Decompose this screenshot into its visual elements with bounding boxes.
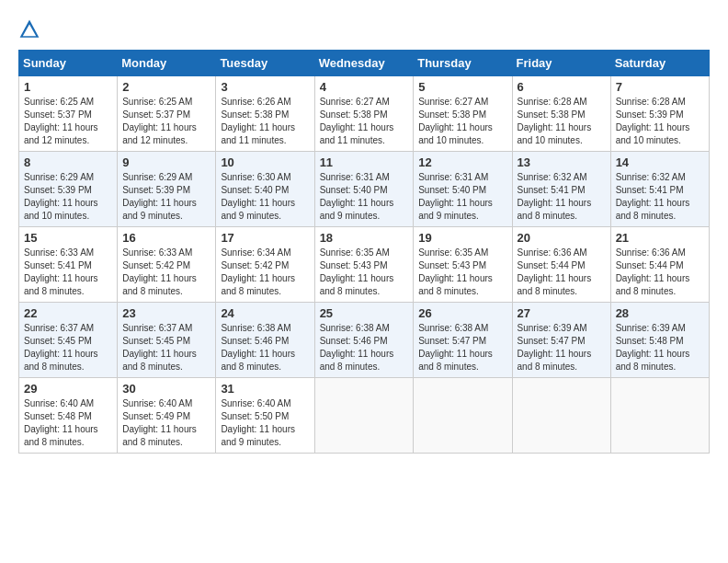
day-number: 17	[221, 231, 309, 245]
calendar-week-row: 8Sunrise: 6:29 AM Sunset: 5:39 PM Daylig…	[19, 152, 710, 227]
day-info: Sunrise: 6:38 AM Sunset: 5:46 PM Dayligh…	[320, 322, 409, 373]
logo-icon	[18, 18, 40, 40]
day-info: Sunrise: 6:29 AM Sunset: 5:39 PM Dayligh…	[122, 171, 210, 223]
day-info: Sunrise: 6:37 AM Sunset: 5:45 PM Dayligh…	[122, 322, 210, 373]
calendar-day-cell: 21Sunrise: 6:36 AM Sunset: 5:44 PM Dayli…	[610, 227, 709, 303]
calendar-day-header: Sunday	[19, 51, 118, 76]
calendar-day-cell: 17Sunrise: 6:34 AM Sunset: 5:42 PM Dayli…	[216, 227, 314, 303]
calendar-day-cell: 25Sunrise: 6:38 AM Sunset: 5:46 PM Dayli…	[314, 303, 414, 378]
calendar-header-row: SundayMondayTuesdayWednesdayThursdayFrid…	[19, 51, 710, 76]
day-info: Sunrise: 6:29 AM Sunset: 5:39 PM Dayligh…	[24, 171, 112, 223]
calendar-table: SundayMondayTuesdayWednesdayThursdayFrid…	[18, 50, 710, 454]
day-info: Sunrise: 6:25 AM Sunset: 5:37 PM Dayligh…	[24, 96, 112, 147]
day-info: Sunrise: 6:33 AM Sunset: 5:42 PM Dayligh…	[122, 247, 210, 298]
day-info: Sunrise: 6:27 AM Sunset: 5:38 PM Dayligh…	[418, 96, 506, 147]
day-number: 6	[518, 80, 606, 94]
day-info: Sunrise: 6:34 AM Sunset: 5:42 PM Dayligh…	[221, 247, 309, 298]
calendar-day-cell: 6Sunrise: 6:28 AM Sunset: 5:38 PM Daylig…	[512, 76, 610, 152]
calendar-day-cell: 14Sunrise: 6:32 AM Sunset: 5:41 PM Dayli…	[610, 152, 709, 227]
day-info: Sunrise: 6:35 AM Sunset: 5:43 PM Dayligh…	[320, 247, 409, 298]
day-info: Sunrise: 6:40 AM Sunset: 5:50 PM Dayligh…	[221, 397, 309, 449]
calendar-day-header: Thursday	[414, 51, 512, 76]
day-number: 11	[320, 155, 409, 169]
day-number: 15	[24, 231, 112, 245]
calendar-day-cell: 18Sunrise: 6:35 AM Sunset: 5:43 PM Dayli…	[314, 227, 414, 303]
day-number: 19	[418, 231, 506, 245]
day-number: 27	[518, 306, 606, 320]
day-number: 22	[24, 306, 112, 320]
day-info: Sunrise: 6:33 AM Sunset: 5:41 PM Dayligh…	[24, 247, 112, 298]
day-number: 4	[320, 80, 409, 94]
day-info: Sunrise: 6:32 AM Sunset: 5:41 PM Dayligh…	[518, 171, 606, 223]
calendar-day-cell: 5Sunrise: 6:27 AM Sunset: 5:38 PM Daylig…	[414, 76, 512, 152]
calendar-day-cell: 20Sunrise: 6:36 AM Sunset: 5:44 PM Dayli…	[512, 227, 610, 303]
day-number: 2	[122, 80, 210, 94]
calendar-day-header: Monday	[118, 51, 216, 76]
day-number: 23	[122, 306, 210, 320]
calendar-week-row: 1Sunrise: 6:25 AM Sunset: 5:37 PM Daylig…	[19, 76, 710, 152]
calendar-day-cell: 2Sunrise: 6:25 AM Sunset: 5:37 PM Daylig…	[118, 76, 216, 152]
calendar-day-cell: 19Sunrise: 6:35 AM Sunset: 5:43 PM Dayli…	[414, 227, 512, 303]
calendar-day-cell: 10Sunrise: 6:30 AM Sunset: 5:40 PM Dayli…	[216, 152, 314, 227]
day-number: 7	[616, 80, 704, 94]
calendar-day-cell: 31Sunrise: 6:40 AM Sunset: 5:50 PM Dayli…	[216, 378, 314, 454]
day-info: Sunrise: 6:28 AM Sunset: 5:38 PM Dayligh…	[518, 96, 606, 147]
day-number: 16	[122, 231, 210, 245]
calendar-day-cell: 16Sunrise: 6:33 AM Sunset: 5:42 PM Dayli…	[118, 227, 216, 303]
calendar-day-cell: 1Sunrise: 6:25 AM Sunset: 5:37 PM Daylig…	[19, 76, 118, 152]
day-number: 24	[221, 306, 309, 320]
calendar-day-cell	[610, 378, 709, 454]
day-info: Sunrise: 6:40 AM Sunset: 5:48 PM Dayligh…	[24, 397, 112, 449]
day-number: 13	[518, 155, 606, 169]
day-number: 5	[418, 80, 506, 94]
day-number: 28	[616, 306, 704, 320]
calendar-day-cell: 9Sunrise: 6:29 AM Sunset: 5:39 PM Daylig…	[118, 152, 216, 227]
day-info: Sunrise: 6:38 AM Sunset: 5:47 PM Dayligh…	[418, 322, 506, 373]
calendar-day-header: Wednesday	[314, 51, 414, 76]
calendar-day-cell: 12Sunrise: 6:31 AM Sunset: 5:40 PM Dayli…	[414, 152, 512, 227]
day-number: 25	[320, 306, 409, 320]
logo	[18, 18, 44, 40]
calendar-day-cell: 22Sunrise: 6:37 AM Sunset: 5:45 PM Dayli…	[19, 303, 118, 378]
day-number: 29	[24, 382, 112, 396]
day-info: Sunrise: 6:28 AM Sunset: 5:39 PM Dayligh…	[616, 96, 704, 147]
calendar-day-cell: 26Sunrise: 6:38 AM Sunset: 5:47 PM Dayli…	[414, 303, 512, 378]
day-info: Sunrise: 6:36 AM Sunset: 5:44 PM Dayligh…	[616, 247, 704, 298]
calendar-day-cell: 28Sunrise: 6:39 AM Sunset: 5:48 PM Dayli…	[610, 303, 709, 378]
day-info: Sunrise: 6:37 AM Sunset: 5:45 PM Dayligh…	[24, 322, 112, 373]
page-header	[18, 18, 710, 40]
calendar-day-cell: 3Sunrise: 6:26 AM Sunset: 5:38 PM Daylig…	[216, 76, 314, 152]
day-number: 12	[418, 155, 506, 169]
calendar-day-cell	[414, 378, 512, 454]
calendar-day-cell: 4Sunrise: 6:27 AM Sunset: 5:38 PM Daylig…	[314, 76, 414, 152]
day-info: Sunrise: 6:40 AM Sunset: 5:49 PM Dayligh…	[122, 397, 210, 449]
day-number: 31	[221, 382, 309, 396]
calendar-day-cell: 30Sunrise: 6:40 AM Sunset: 5:49 PM Dayli…	[118, 378, 216, 454]
day-number: 14	[616, 155, 704, 169]
day-info: Sunrise: 6:31 AM Sunset: 5:40 PM Dayligh…	[320, 171, 409, 223]
calendar-day-cell	[314, 378, 414, 454]
calendar-day-cell	[512, 378, 610, 454]
calendar-week-row: 29Sunrise: 6:40 AM Sunset: 5:48 PM Dayli…	[19, 378, 710, 454]
day-info: Sunrise: 6:32 AM Sunset: 5:41 PM Dayligh…	[616, 171, 704, 223]
day-number: 30	[122, 382, 210, 396]
day-info: Sunrise: 6:35 AM Sunset: 5:43 PM Dayligh…	[418, 247, 506, 298]
calendar-day-header: Friday	[512, 51, 610, 76]
calendar-day-cell: 7Sunrise: 6:28 AM Sunset: 5:39 PM Daylig…	[610, 76, 709, 152]
day-number: 8	[24, 155, 112, 169]
calendar-day-cell: 8Sunrise: 6:29 AM Sunset: 5:39 PM Daylig…	[19, 152, 118, 227]
day-number: 20	[518, 231, 606, 245]
calendar-day-cell: 13Sunrise: 6:32 AM Sunset: 5:41 PM Dayli…	[512, 152, 610, 227]
calendar-day-header: Tuesday	[216, 51, 314, 76]
calendar-day-cell: 15Sunrise: 6:33 AM Sunset: 5:41 PM Dayli…	[19, 227, 118, 303]
calendar-day-cell: 11Sunrise: 6:31 AM Sunset: 5:40 PM Dayli…	[314, 152, 414, 227]
day-info: Sunrise: 6:38 AM Sunset: 5:46 PM Dayligh…	[221, 322, 309, 373]
calendar-week-row: 22Sunrise: 6:37 AM Sunset: 5:45 PM Dayli…	[19, 303, 710, 378]
day-number: 9	[122, 155, 210, 169]
day-number: 10	[221, 155, 309, 169]
day-info: Sunrise: 6:26 AM Sunset: 5:38 PM Dayligh…	[221, 96, 309, 147]
day-info: Sunrise: 6:25 AM Sunset: 5:37 PM Dayligh…	[122, 96, 210, 147]
day-number: 3	[221, 80, 309, 94]
calendar-day-cell: 24Sunrise: 6:38 AM Sunset: 5:46 PM Dayli…	[216, 303, 314, 378]
calendar-day-cell: 23Sunrise: 6:37 AM Sunset: 5:45 PM Dayli…	[118, 303, 216, 378]
